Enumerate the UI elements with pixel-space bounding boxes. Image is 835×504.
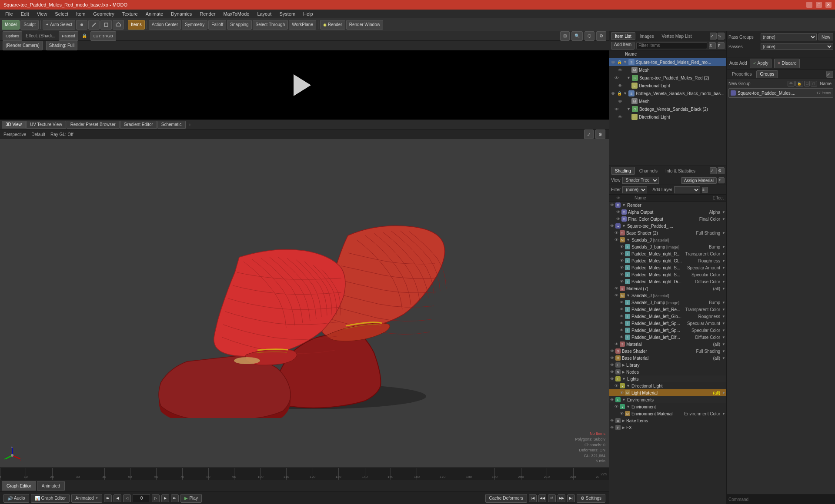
eye-env-group[interactable]: 👁: [610, 398, 615, 402]
group-icon-2[interactable]: 🔒: [795, 81, 803, 86]
shader-library[interactable]: 👁 L ▶ Library: [609, 361, 726, 368]
model-btn[interactable]: Model: [2, 20, 20, 30]
eye-spec-color1[interactable]: 👁: [620, 272, 625, 277]
render-window-btn[interactable]: Render Window: [346, 20, 383, 30]
eye-spec-amount1[interactable]: 👁: [620, 265, 625, 270]
rough-left-dropdown[interactable]: ▼: [722, 315, 725, 318]
graph-editor-btn[interactable]: 📊 Graph Editor: [31, 494, 70, 503]
eye-icon-scene2[interactable]: 👁: [611, 91, 617, 96]
settings-btn[interactable]: ⚙ Settings: [577, 494, 605, 503]
menu-help[interactable]: Help: [300, 10, 317, 17]
tab-3d-view[interactable]: 3D View: [2, 121, 26, 129]
base-mat-dropdown[interactable]: ▼: [722, 356, 725, 360]
cache-deformers-btn[interactable]: Cache Deformers: [485, 494, 527, 503]
eye-diffuse1[interactable]: 👁: [620, 279, 625, 284]
vp-settings-btn[interactable]: ⚙: [595, 129, 605, 139]
lut-btn[interactable]: LUT: sRGB: [90, 31, 116, 41]
add-layer-select[interactable]: [674, 186, 700, 193]
eye-env[interactable]: 👁: [615, 405, 620, 409]
shader-final-color[interactable]: 👁 O Final Color Output Final Color ▼: [609, 216, 726, 222]
menu-layout[interactable]: Layout: [254, 10, 275, 17]
tab-schematic[interactable]: Schematic: [157, 121, 186, 129]
tab-groups[interactable]: Groups: [756, 70, 778, 78]
menu-geometry[interactable]: Geometry: [90, 10, 117, 17]
mat-all-dropdown[interactable]: ▼: [722, 342, 725, 346]
menu-texture[interactable]: Texture: [119, 10, 141, 17]
material7-dropdown[interactable]: ▼: [722, 287, 725, 291]
shader-rough-left[interactable]: 👁 I Padded_Mules_left_Glo... Roughness ▼: [609, 313, 726, 320]
diffuse-left-dropdown[interactable]: ▼: [722, 335, 725, 339]
tab-vertex-map[interactable]: Vertex Map List: [658, 32, 695, 40]
eye-bump1[interactable]: 👁: [620, 245, 625, 249]
close-btn[interactable]: ✕: [825, 2, 832, 8]
menu-system[interactable]: System: [276, 10, 299, 17]
tab-render-preset[interactable]: Render Preset Browser: [67, 121, 120, 129]
shader-spec-color-left[interactable]: 👁 I Padded_Mules_left_Sp... Specular Col…: [609, 327, 726, 334]
new-group-btn[interactable]: New: [818, 33, 833, 40]
next-frame-btn[interactable]: ▶: [161, 494, 169, 502]
tab-animated[interactable]: Animated: [37, 481, 65, 491]
eye-material7[interactable]: 👁: [615, 286, 620, 291]
menu-select[interactable]: Select: [51, 10, 72, 17]
shader-bump1[interactable]: 👁 I Sandals_J_bump [Image] Bump ▼: [609, 243, 726, 250]
skip-end-btn[interactable]: ⏭: [171, 494, 179, 502]
item-tree[interactable]: 👁 🔒 ▼ S Square-toe_Padded_Mules_Red_mo..…: [609, 58, 726, 166]
shader-F-btn[interactable]: F: [718, 177, 725, 183]
eye-rough-left[interactable]: 👁: [620, 314, 625, 318]
tree-item-light1[interactable]: 👁 L Directional Light: [609, 82, 726, 90]
shader-sandals-j2[interactable]: 👁 M ▼ Sandals_J [Material]: [609, 292, 726, 299]
eye-env-mat[interactable]: 👁: [620, 411, 625, 416]
shader-diffuse-left[interactable]: 👁 I Padded_Mules_left_Dif... Diffuse Col…: [609, 334, 726, 341]
shader-alpha-output[interactable]: 👁 O Alpha Output Alpha ▼: [609, 209, 726, 216]
tab-item-list[interactable]: Item List: [611, 32, 635, 40]
timeline-ruler[interactable]: 0 10 20 30 40 50 60 70 80: [0, 468, 599, 480]
tab-graph-editor[interactable]: Graph Editor: [2, 481, 36, 491]
transp1-dropdown[interactable]: ▼: [722, 252, 725, 256]
eye-alpha[interactable]: 👁: [616, 210, 621, 214]
eye-lights[interactable]: 👁: [610, 377, 615, 381]
viewport-3d[interactable]: Perspective Default Ray GL: Off ⤢ ⚙: [0, 129, 609, 468]
expand-scene2[interactable]: ▼: [623, 91, 627, 96]
final-color-dropdown[interactable]: ▼: [722, 217, 725, 221]
transp-left-dropdown[interactable]: ▼: [722, 308, 725, 312]
vertex-mode-btn[interactable]: [76, 20, 87, 30]
window-controls[interactable]: ─ □ ✕: [806, 2, 832, 8]
select-through-btn[interactable]: Select Through: [253, 20, 288, 30]
tree-item-mesh2[interactable]: 👁 M Mesh: [609, 97, 726, 105]
shader-tree-select[interactable]: Shader Tree: [622, 177, 659, 184]
shader-light-material[interactable]: 👁 M Light Material (all) ▼: [609, 389, 726, 396]
timeline-container[interactable]: 0 10 20 30 40 50 60 70 80: [0, 468, 609, 480]
menu-item[interactable]: Item: [73, 10, 89, 17]
shader-base-shader2[interactable]: 👁 S Base Shader Full Shading ▼: [609, 348, 726, 355]
eye-fx[interactable]: 👁: [610, 425, 615, 430]
shading-settings-btn[interactable]: ⚙: [718, 167, 725, 174]
auto-select-btn[interactable]: ✦ Auto Select: [43, 20, 75, 30]
filter-select[interactable]: (none): [622, 186, 647, 193]
diffuse1-dropdown[interactable]: ▼: [722, 280, 725, 284]
search-icon[interactable]: 🔍: [571, 31, 583, 41]
eye-icon-light1[interactable]: 👁: [618, 83, 624, 88]
eye-base-shader1[interactable]: 👁: [615, 231, 620, 235]
expand-group2[interactable]: ▼: [627, 107, 631, 111]
shader-spec-amount1[interactable]: 👁 I Padded_Mules_right_S... Specular Amo…: [609, 264, 726, 271]
shader-base-shader1[interactable]: 👁 S Base Shader (2) Full Shading ▼: [609, 229, 726, 236]
prop-expand-btn[interactable]: ⤢: [826, 71, 833, 78]
tab-channels[interactable]: Channels: [636, 167, 661, 175]
shader-bake[interactable]: 👁 B ▶ Bake Items: [609, 417, 726, 424]
render-btn[interactable]: ◉ Render: [320, 20, 345, 30]
next-key-btn[interactable]: ▷: [152, 494, 160, 502]
zoom-icon[interactable]: ⬡: [584, 31, 595, 41]
shader-render[interactable]: 👁 R ▼ Render: [609, 202, 726, 209]
eye-icon-mesh2[interactable]: 👁: [618, 99, 624, 104]
menu-view[interactable]: View: [33, 10, 51, 17]
eye-final-color[interactable]: 👁: [616, 217, 621, 221]
tab-gradient[interactable]: Gradient Editor: [120, 121, 157, 129]
eye-sandals-j1[interactable]: 👁: [615, 238, 620, 242]
shader-tree-content[interactable]: 👁 R ▼ Render 👁 O Alpha Output Alpha ▼: [609, 202, 726, 504]
prev-btn2[interactable]: ◀◀: [538, 494, 546, 502]
add-tab-btn[interactable]: +: [186, 122, 194, 127]
sculpt-btn[interactable]: Sculpt: [20, 20, 39, 30]
shader-fx[interactable]: 👁 F ▶ FX: [609, 424, 726, 431]
eye-rough1[interactable]: 👁: [620, 259, 625, 263]
item-mode-btn[interactable]: [113, 20, 124, 30]
